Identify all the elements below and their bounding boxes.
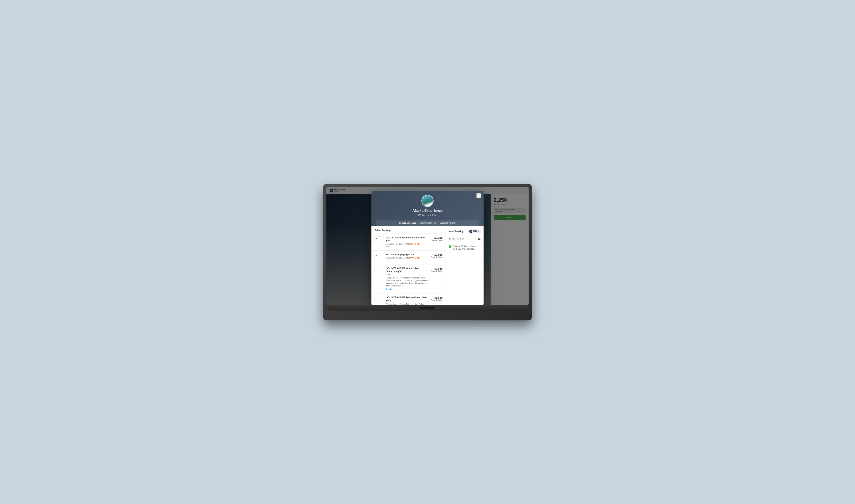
- package-item: 0 ▼ SOLO TRAVELER Deluxe Ocean View (2C)…: [371, 293, 446, 305]
- modal-header: × Alaska Experience: [371, 191, 484, 226]
- modal-title: Alaska Experience: [376, 209, 479, 213]
- qty-select-4[interactable]: 0 ▼: [374, 296, 384, 302]
- qty-select-3[interactable]: 0 ▼: [374, 267, 384, 273]
- svg-text:★: ★: [471, 231, 472, 232]
- qty-select-1[interactable]: 0 ▼: [374, 236, 384, 242]
- package-name-3: SOLO TRAVELER Ocean View Stateroom (06): [386, 267, 429, 273]
- packages-panel[interactable]: Select Package 0 ▼ SOLO TRAVELER Inside …: [371, 226, 446, 305]
- package-item: 0 ▼ Discount for paying in full Availabl…: [371, 251, 446, 265]
- package-desc-3: This package is for a solo traveler in a…: [386, 276, 429, 287]
- package-name-4: SOLO TRAVELER Deluxe Ocean View (2C): [386, 296, 429, 302]
- package-deposit-4: Deposit: $600: [431, 299, 442, 301]
- package-info-4: SOLO TRAVELER Deluxe Ocean View (2C) Thi…: [386, 296, 429, 305]
- svg-text:★: ★: [470, 232, 471, 233]
- package-price-col-3: $2,829 Deposit: $600: [431, 267, 442, 272]
- close-button[interactable]: ×: [476, 193, 481, 198]
- laptop-base: [327, 305, 528, 310]
- package-deposit-1: Deposit: $600: [431, 239, 442, 241]
- booking-title: Your Booking: [449, 230, 464, 233]
- package-price-3: $2,829: [431, 267, 442, 270]
- step-arrow-2: ›: [438, 222, 438, 224]
- modal-date-row: Dec 1 - 8, 2028: [376, 214, 479, 217]
- currency-flag-icon: ★ ★ ★ ★: [469, 230, 472, 233]
- laptop-frame: FC FIRST CLASS TRAVELS 2,250 Deposit: $6…: [323, 184, 532, 320]
- package-info-3: SOLO TRAVELER Ocean View Stateroom (06) …: [386, 267, 429, 291]
- package-item: 0 ▼ SOLO TRAVELER Ocean View Stateroom (…: [371, 265, 446, 293]
- qty-arrow-1: ▼: [381, 238, 383, 240]
- trip-avatar: [421, 195, 434, 207]
- package-price-2: $2,089: [431, 253, 442, 256]
- modal-body: Select Package 0 ▼ SOLO TRAVELER Inside …: [371, 226, 484, 305]
- package-price-col-2: $2,089 Deposit: $600: [431, 253, 442, 258]
- avatar-image: [422, 195, 433, 206]
- step-1[interactable]: Choose a Package: [399, 222, 416, 224]
- qty-value-4: 0: [376, 298, 377, 301]
- svg-text:★: ★: [470, 231, 470, 232]
- eur-benefit-text: Paying in EUR can help you avoid card an…: [453, 245, 481, 250]
- svg-rect-0: [419, 214, 421, 216]
- qty-arrow-2: ▼: [381, 255, 383, 257]
- booking-panel: Your Booking ★: [446, 226, 484, 305]
- package-deposit-3: Deposit: $600: [431, 270, 442, 272]
- qty-arrow-4: ▼: [381, 298, 383, 300]
- package-info-1: SOLO TRAVELER Inside Stateroom (09) Avai…: [386, 236, 429, 248]
- laptop-screen: FC FIRST CLASS TRAVELS 2,250 Deposit: $6…: [327, 187, 528, 305]
- package-price-1: $2,250: [431, 236, 442, 239]
- qty-value-1: 0: [376, 238, 377, 241]
- modal-steps: Choose a Package › Add Participant Info …: [376, 220, 479, 226]
- trip-total-row: Trip Total (In EUR) €0: [449, 236, 481, 243]
- laptop-container: FC FIRST CLASS TRAVELS 2,250 Deposit: $6…: [323, 184, 532, 320]
- package-name-1: SOLO TRAVELER Inside Stateroom (09): [386, 236, 429, 242]
- booking-modal: × Alaska Experience: [371, 191, 484, 305]
- package-item: 0 ▼ SOLO TRAVELER Inside Stateroom (09) …: [371, 234, 446, 251]
- modal-date: Dec 1 - 8, 2028: [422, 214, 436, 216]
- package-name-2: Discount for paying in full: [386, 253, 429, 256]
- qty-select-2[interactable]: 0 ▼: [374, 253, 384, 259]
- package-left-3: 4 left: [386, 274, 429, 276]
- package-deposit-2: Deposit: $600: [431, 256, 442, 258]
- package-info-2: Discount for paying in full Available un…: [386, 253, 429, 262]
- package-availability-1: Available until Nov 1, 2028 | Only 3 lef…: [386, 243, 429, 245]
- spots-left-2: Only 2 left: [410, 257, 419, 259]
- step-arrow-1: ›: [417, 222, 418, 224]
- trip-total-value: €0: [478, 238, 481, 241]
- currency-selector[interactable]: ★ ★ ★ ★ EUR ▼: [468, 229, 481, 234]
- package-divider-1: [386, 246, 390, 247]
- currency-dropdown-icon: ▼: [478, 231, 479, 232]
- booking-header: Your Booking ★: [449, 229, 481, 234]
- package-divider-2: [386, 260, 390, 260]
- qty-arrow-3: ▼: [381, 269, 383, 271]
- trip-total-label: Trip Total (In EUR): [449, 238, 464, 240]
- step-2: Add Participant Info: [420, 222, 436, 224]
- laptop-notch: [420, 307, 435, 309]
- step-3: Complete Payment: [440, 222, 456, 224]
- svg-text:★: ★: [470, 230, 471, 231]
- packages-header: Select Package: [371, 226, 446, 234]
- modal-overlay: × Alaska Experience: [327, 187, 528, 305]
- package-price-col-4: $3,849 Deposit: $600: [431, 296, 442, 301]
- eur-benefit: ✓ Paying in EUR can help you avoid card …: [449, 245, 481, 250]
- check-icon: ✓: [449, 245, 451, 248]
- package-price-4: $3,849: [431, 296, 442, 299]
- read-more-3[interactable]: Read more: [386, 288, 396, 290]
- currency-label: EUR: [473, 230, 477, 232]
- package-price-col-1: $2,250 Deposit: $600: [431, 236, 442, 241]
- qty-value-3: 0: [376, 269, 377, 271]
- package-desc-4: This package is for a solo traveler in a…: [386, 303, 429, 305]
- spots-left-1: Only 3 left: [410, 243, 419, 245]
- calendar-icon: [418, 214, 421, 217]
- qty-value-2: 0: [376, 255, 377, 257]
- package-availability-2: Available until Nov 1, 2028 | Only 2 lef…: [386, 257, 429, 259]
